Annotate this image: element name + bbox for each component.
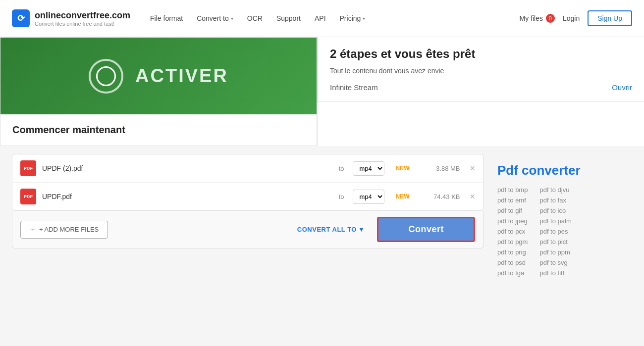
link-pdf-pes[interactable]: pdf to pes (539, 228, 571, 235)
add-more-button[interactable]: ＋ + ADD MORE FILES (20, 221, 108, 239)
pdf-icon-1: PDF (20, 160, 36, 176)
promo-card: ACTIVER Commencer maintenant (0, 37, 317, 146)
link-pdf-pcx[interactable]: pdf to pcx (497, 228, 528, 235)
link-pdf-tga[interactable]: pdf to tga (497, 269, 528, 277)
table-row: PDF UPDF.pdf to mp4 mp3 avi NEW 74.43 KB… (12, 183, 483, 210)
new-badge-2: NEW (395, 193, 409, 200)
header: ⟳ onlineconvertfree.com Convert files on… (0, 0, 644, 37)
promo-subtitle: Tout le contenu dont vous avez envie (330, 67, 632, 75)
nav-convert-to[interactable]: Convert to ▾ (197, 14, 233, 22)
file-name-1: UPDF (2).pdf (42, 164, 330, 172)
pdf-converter-title: Pdf converter (497, 163, 632, 178)
nav-ocr[interactable]: OCR (247, 14, 263, 22)
convert-button[interactable]: Convert (377, 217, 475, 242)
link-pdf-pict[interactable]: pdf to pict (539, 238, 571, 246)
login-button[interactable]: Login (563, 14, 580, 22)
nav-pricing[interactable]: Pricing ▾ (340, 14, 366, 22)
converter-right: Pdf converter pdf to bmp pdf to emf pdf … (483, 154, 632, 277)
promo-steps-title: 2 étapes et vous êtes prêt (330, 47, 632, 61)
close-button-1[interactable]: × (470, 164, 475, 173)
link-pdf-tiff[interactable]: pdf to tiff (539, 269, 571, 277)
convert-all-group[interactable]: CONVERT ALL TO ▾ (297, 226, 364, 233)
link-pdf-png[interactable]: pdf to png (497, 248, 528, 256)
signup-button[interactable]: Sign Up (588, 10, 632, 26)
convert-all-label: CONVERT ALL TO (297, 226, 357, 233)
link-pdf-ppm[interactable]: pdf to ppm (539, 248, 571, 256)
link-pdf-jpeg[interactable]: pdf to jpeg (497, 217, 528, 225)
promo-right: 2 étapes et vous êtes prêt Tout le conte… (317, 37, 644, 146)
link-pdf-svg[interactable]: pdf to svg (539, 259, 571, 266)
circle-inner (96, 66, 116, 86)
promo-footer: Commencer maintenant (0, 114, 317, 146)
link-pdf-palm[interactable]: pdf to palm (539, 217, 571, 225)
chevron-down-icon: ▾ (231, 16, 233, 21)
infinite-stream-label: Infinite Stream (330, 83, 378, 92)
nav-file-format[interactable]: File format (150, 14, 183, 22)
header-right: My files 0 Login Sign Up (519, 10, 632, 26)
file-size-1: 3.88 MB (420, 165, 460, 172)
bottom-toolbar: ＋ + ADD MORE FILES CONVERT ALL TO ▾ Conv… (12, 211, 483, 248)
link-pdf-gif[interactable]: pdf to gif (497, 207, 528, 214)
logo-icon: ⟳ (12, 9, 30, 27)
my-files-button[interactable]: My files 0 (519, 14, 554, 23)
file-name-2: UPDF.pdf (42, 193, 330, 200)
plus-icon: ＋ (30, 225, 36, 234)
promo-start-label: Commencer maintenant (12, 124, 125, 135)
logo-subtitle: Convert files online free and fast! (35, 21, 130, 27)
bottom-content: PDF UPDF (2).pdf to mp4 mp3 avi NEW 3.88… (0, 154, 644, 289)
to-label-2: to (339, 193, 344, 200)
link-pdf-psd[interactable]: pdf to psd (497, 259, 528, 266)
chevron-down-icon-pricing: ▾ (363, 16, 365, 21)
link-pdf-ico[interactable]: pdf to ico (539, 207, 571, 214)
ouvrir-link[interactable]: Ouvrir (612, 83, 632, 92)
link-pdf-bmp[interactable]: pdf to bmp (497, 186, 528, 194)
nav-support[interactable]: Support (276, 14, 301, 22)
converter-links: pdf to bmp pdf to emf pdf to gif pdf to … (497, 186, 632, 277)
svg-text:⟳: ⟳ (17, 13, 25, 23)
format-select-1[interactable]: mp4 mp3 avi (353, 161, 384, 176)
to-label-1: to (339, 165, 344, 172)
page-body: ACTIVER Commencer maintenant 2 étapes et… (0, 37, 644, 346)
top-content: ACTIVER Commencer maintenant 2 étapes et… (0, 37, 644, 146)
close-button-2[interactable]: × (470, 192, 475, 201)
logo[interactable]: ⟳ onlineconvertfree.com Convert files on… (12, 9, 130, 27)
table-row: PDF UPDF (2).pdf to mp4 mp3 avi NEW 3.88… (12, 154, 483, 183)
promo-green-text: ACTIVER (135, 65, 228, 87)
link-pdf-djvu[interactable]: pdf to djvu (539, 186, 571, 194)
promo-left: ACTIVER Commencer maintenant (0, 37, 317, 146)
new-badge-1: NEW (395, 165, 409, 172)
converter-col-2: pdf to djvu pdf to fax pdf to ico pdf to… (539, 186, 571, 277)
promo-green-section: ACTIVER (0, 38, 317, 114)
nav-api[interactable]: API (315, 14, 326, 22)
format-select-2[interactable]: mp4 mp3 avi (353, 190, 384, 204)
circle-icon (89, 59, 123, 94)
converter-left: PDF UPDF (2).pdf to mp4 mp3 avi NEW 3.88… (12, 154, 483, 277)
promo-right-bottom: Infinite Stream Ouvrir (330, 75, 632, 92)
logo-title: onlineconvertfree.com (35, 10, 130, 21)
link-pdf-emf[interactable]: pdf to emf (497, 197, 528, 204)
pdf-icon-2: PDF (20, 189, 36, 204)
file-list-card: PDF UPDF (2).pdf to mp4 mp3 avi NEW 3.88… (12, 154, 483, 211)
converter-col-1: pdf to bmp pdf to emf pdf to gif pdf to … (497, 186, 528, 277)
main-nav: File format Convert to ▾ OCR Support API… (150, 14, 519, 22)
link-pdf-pgm[interactable]: pdf to pgm (497, 238, 528, 246)
chevron-down-icon-convert: ▾ (360, 226, 364, 233)
link-pdf-fax[interactable]: pdf to fax (539, 197, 571, 204)
my-files-badge: 0 (546, 14, 555, 23)
file-size-2: 74.43 KB (420, 193, 460, 200)
promo-right-content: 2 étapes et vous êtes prêt Tout le conte… (318, 37, 644, 102)
